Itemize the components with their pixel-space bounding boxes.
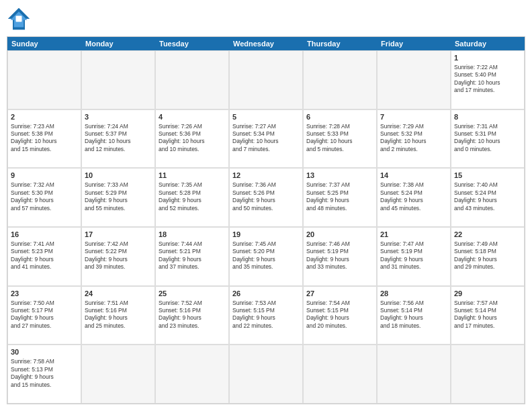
cal-cell: 19Sunrise: 7:45 AM Sunset: 5:20 PM Dayli… <box>229 227 303 286</box>
day-info: Sunrise: 7:37 AM Sunset: 5:25 PM Dayligh… <box>306 181 373 212</box>
cal-cell <box>81 345 155 404</box>
day-number: 28 <box>380 289 447 299</box>
day-number: 8 <box>454 112 521 122</box>
day-number: 23 <box>11 289 78 299</box>
cal-cell <box>155 50 229 109</box>
day-info: Sunrise: 7:54 AM Sunset: 5:15 PM Dayligh… <box>306 300 373 330</box>
weekday-header-sunday: Sunday <box>7 37 81 50</box>
cal-cell: 22Sunrise: 7:49 AM Sunset: 5:18 PM Dayli… <box>451 227 525 286</box>
weekday-header-friday: Friday <box>377 37 451 50</box>
day-info: Sunrise: 7:47 AM Sunset: 5:19 PM Dayligh… <box>380 240 447 271</box>
day-info: Sunrise: 7:35 AM Sunset: 5:28 PM Dayligh… <box>159 181 226 212</box>
cal-cell: 1Sunrise: 7:22 AM Sunset: 5:40 PM Daylig… <box>451 50 525 109</box>
page: SundayMondayTuesdayWednesdayThursdayFrid… <box>0 0 532 411</box>
cal-cell <box>81 50 155 109</box>
day-number: 9 <box>11 171 78 181</box>
day-info: Sunrise: 7:57 AM Sunset: 5:14 PM Dayligh… <box>454 300 521 330</box>
day-number: 22 <box>454 230 521 240</box>
day-info: Sunrise: 7:24 AM Sunset: 5:37 PM Dayligh… <box>85 123 152 154</box>
weekday-header-saturday: Saturday <box>451 37 525 50</box>
logo-icon <box>7 7 31 31</box>
day-info: Sunrise: 7:22 AM Sunset: 5:40 PM Dayligh… <box>454 64 521 95</box>
day-info: Sunrise: 7:46 AM Sunset: 5:19 PM Dayligh… <box>306 240 373 271</box>
cal-cell <box>451 345 525 404</box>
day-number: 17 <box>85 230 152 240</box>
day-info: Sunrise: 7:28 AM Sunset: 5:33 PM Dayligh… <box>306 123 373 154</box>
cal-cell: 15Sunrise: 7:40 AM Sunset: 5:24 PM Dayli… <box>451 168 525 227</box>
day-info: Sunrise: 7:42 AM Sunset: 5:22 PM Dayligh… <box>85 240 152 271</box>
cal-cell: 9Sunrise: 7:32 AM Sunset: 5:30 PM Daylig… <box>7 168 81 227</box>
day-info: Sunrise: 7:49 AM Sunset: 5:18 PM Dayligh… <box>454 240 521 271</box>
day-number: 19 <box>232 230 300 240</box>
cal-cell: 28Sunrise: 7:56 AM Sunset: 5:14 PM Dayli… <box>377 286 451 345</box>
day-number: 1 <box>454 53 521 63</box>
cal-cell: 24Sunrise: 7:51 AM Sunset: 5:16 PM Dayli… <box>81 286 155 345</box>
cal-cell: 20Sunrise: 7:46 AM Sunset: 5:19 PM Dayli… <box>303 227 377 286</box>
cal-cell <box>229 345 303 404</box>
header <box>7 7 525 31</box>
cal-cell: 25Sunrise: 7:52 AM Sunset: 5:16 PM Dayli… <box>155 286 229 345</box>
cal-cell: 11Sunrise: 7:35 AM Sunset: 5:28 PM Dayli… <box>155 168 229 227</box>
cal-cell: 23Sunrise: 7:50 AM Sunset: 5:17 PM Dayli… <box>7 286 81 345</box>
day-number: 4 <box>159 112 226 122</box>
day-number: 25 <box>159 289 226 299</box>
day-number: 10 <box>85 171 152 181</box>
calendar-header: SundayMondayTuesdayWednesdayThursdayFrid… <box>7 37 525 50</box>
cal-cell: 7Sunrise: 7:29 AM Sunset: 5:32 PM Daylig… <box>377 109 451 169</box>
day-number: 14 <box>380 171 447 181</box>
day-number: 13 <box>306 171 373 181</box>
day-info: Sunrise: 7:41 AM Sunset: 5:23 PM Dayligh… <box>11 240 78 271</box>
cal-cell <box>303 345 377 404</box>
weekday-header-monday: Monday <box>81 37 155 50</box>
day-number: 20 <box>306 230 373 240</box>
cal-cell: 8Sunrise: 7:31 AM Sunset: 5:31 PM Daylig… <box>451 109 525 169</box>
cal-cell: 10Sunrise: 7:33 AM Sunset: 5:29 PM Dayli… <box>81 168 155 227</box>
day-number: 27 <box>306 289 373 299</box>
day-info: Sunrise: 7:31 AM Sunset: 5:31 PM Dayligh… <box>454 123 521 154</box>
cal-cell: 4Sunrise: 7:26 AM Sunset: 5:36 PM Daylig… <box>155 109 229 169</box>
day-info: Sunrise: 7:51 AM Sunset: 5:16 PM Dayligh… <box>85 300 152 330</box>
day-number: 16 <box>11 230 78 240</box>
day-info: Sunrise: 7:56 AM Sunset: 5:14 PM Dayligh… <box>380 300 447 330</box>
calendar: SundayMondayTuesdayWednesdayThursdayFrid… <box>7 36 525 404</box>
day-number: 15 <box>454 171 521 181</box>
cal-cell: 2Sunrise: 7:23 AM Sunset: 5:38 PM Daylig… <box>7 109 81 169</box>
weekday-header-wednesday: Wednesday <box>229 37 303 50</box>
day-info: Sunrise: 7:52 AM Sunset: 5:16 PM Dayligh… <box>159 300 226 330</box>
cal-cell <box>229 50 303 109</box>
day-info: Sunrise: 7:36 AM Sunset: 5:26 PM Dayligh… <box>232 181 300 212</box>
cal-cell: 27Sunrise: 7:54 AM Sunset: 5:15 PM Dayli… <box>303 286 377 345</box>
day-info: Sunrise: 7:44 AM Sunset: 5:21 PM Dayligh… <box>159 240 226 271</box>
day-info: Sunrise: 7:50 AM Sunset: 5:17 PM Dayligh… <box>11 300 78 330</box>
cal-cell: 18Sunrise: 7:44 AM Sunset: 5:21 PM Dayli… <box>155 227 229 286</box>
day-info: Sunrise: 7:53 AM Sunset: 5:15 PM Dayligh… <box>232 300 300 330</box>
day-info: Sunrise: 7:58 AM Sunset: 5:13 PM Dayligh… <box>11 358 78 389</box>
cal-cell <box>377 345 451 404</box>
cal-cell <box>7 50 81 109</box>
day-number: 21 <box>380 230 447 240</box>
cal-cell: 5Sunrise: 7:27 AM Sunset: 5:34 PM Daylig… <box>229 109 303 169</box>
day-number: 6 <box>306 112 373 122</box>
cal-cell: 6Sunrise: 7:28 AM Sunset: 5:33 PM Daylig… <box>303 109 377 169</box>
cal-cell: 17Sunrise: 7:42 AM Sunset: 5:22 PM Dayli… <box>81 227 155 286</box>
calendar-body: 1Sunrise: 7:22 AM Sunset: 5:40 PM Daylig… <box>7 50 525 404</box>
cal-cell: 30Sunrise: 7:58 AM Sunset: 5:13 PM Dayli… <box>7 345 81 404</box>
cal-cell: 26Sunrise: 7:53 AM Sunset: 5:15 PM Dayli… <box>229 286 303 345</box>
cal-cell: 29Sunrise: 7:57 AM Sunset: 5:14 PM Dayli… <box>451 286 525 345</box>
day-number: 24 <box>85 289 152 299</box>
day-number: 18 <box>159 230 226 240</box>
cal-cell <box>303 50 377 109</box>
day-info: Sunrise: 7:40 AM Sunset: 5:24 PM Dayligh… <box>454 181 521 212</box>
day-number: 30 <box>11 347 78 357</box>
svg-rect-2 <box>16 16 22 22</box>
cal-cell <box>377 50 451 109</box>
weekday-header-tuesday: Tuesday <box>155 37 229 50</box>
cal-cell: 16Sunrise: 7:41 AM Sunset: 5:23 PM Dayli… <box>7 227 81 286</box>
day-info: Sunrise: 7:27 AM Sunset: 5:34 PM Dayligh… <box>232 123 300 154</box>
cal-cell: 13Sunrise: 7:37 AM Sunset: 5:25 PM Dayli… <box>303 168 377 227</box>
day-number: 5 <box>232 112 300 122</box>
cal-cell: 3Sunrise: 7:24 AM Sunset: 5:37 PM Daylig… <box>81 109 155 169</box>
day-number: 7 <box>380 112 447 122</box>
day-info: Sunrise: 7:29 AM Sunset: 5:32 PM Dayligh… <box>380 123 447 154</box>
day-info: Sunrise: 7:38 AM Sunset: 5:24 PM Dayligh… <box>380 181 447 212</box>
